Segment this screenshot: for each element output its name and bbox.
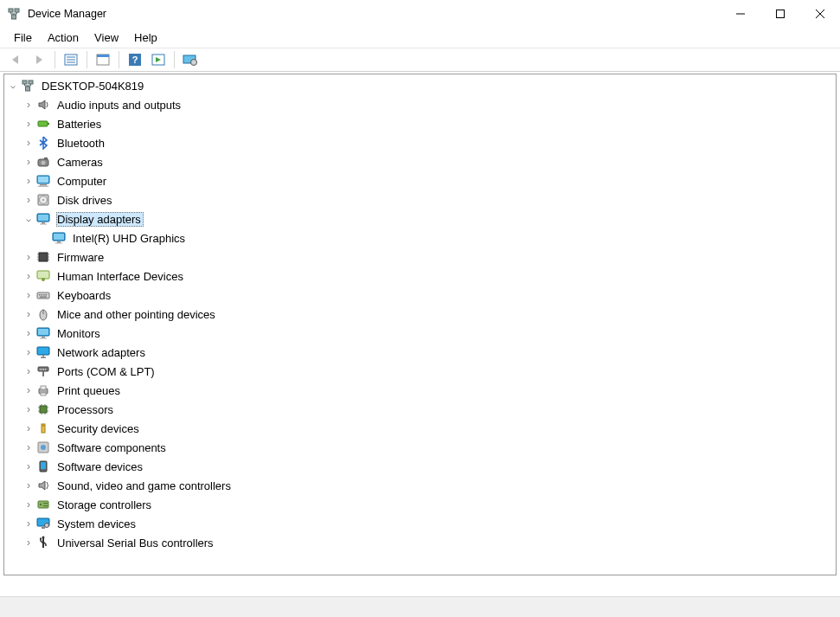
tree-expander[interactable] — [22, 440, 35, 454]
tree-node[interactable]: Software devices — [6, 457, 836, 476]
tree-expander[interactable] — [22, 307, 35, 321]
tree-expander[interactable] — [37, 231, 51, 245]
tree-expander[interactable] — [22, 269, 35, 283]
tree-label: Print queues — [56, 383, 123, 398]
tree-node[interactable]: Network adapters — [6, 343, 836, 362]
tree-expander[interactable] — [22, 479, 35, 492]
monitor-icon — [35, 325, 51, 341]
tree-expander[interactable] — [22, 136, 35, 150]
app-icon — [7, 7, 21, 21]
tree-label: Software devices — [56, 460, 145, 474]
tree-expander[interactable] — [22, 421, 35, 435]
computer-icon — [35, 173, 51, 189]
tree-expander[interactable] — [22, 250, 35, 264]
minimize-button[interactable] — [721, 1, 760, 27]
display-icon — [35, 211, 51, 227]
tree-expander[interactable] — [22, 345, 35, 359]
tree-node[interactable]: Bluetooth — [6, 133, 836, 152]
tree-node[interactable]: Intel(R) UHD Graphics — [6, 228, 836, 247]
tree-node[interactable]: Cameras — [6, 152, 836, 171]
tree-expander[interactable] — [22, 364, 35, 378]
disk-icon — [35, 192, 51, 208]
tree-label: DESKTOP-504K819 — [41, 79, 146, 93]
tree-node[interactable]: Mice and other pointing devices — [6, 305, 836, 324]
tree-expander[interactable] — [22, 402, 35, 416]
security-icon — [35, 421, 51, 436]
svg-point-96 — [191, 60, 197, 66]
tree-label: Display adapters — [56, 212, 144, 227]
tree-label: Processors — [56, 402, 116, 417]
tree-node[interactable]: Disk drives — [6, 190, 836, 209]
printer-icon — [35, 382, 51, 398]
toolbar-help-button[interactable]: ? — [125, 50, 145, 69]
toolbar-properties-button[interactable] — [93, 50, 113, 69]
tree-node[interactable]: Storage controllers — [6, 495, 836, 514]
tree-label: Monitors — [56, 326, 103, 341]
system-icon — [35, 516, 51, 531]
tree-node[interactable]: Sound, video and game controllers — [6, 476, 836, 495]
camera-icon — [35, 154, 51, 170]
toolbar-scan-button[interactable] — [148, 50, 169, 69]
tree-node[interactable]: Firmware — [6, 247, 836, 267]
toolbar-separator — [174, 51, 175, 68]
tree-node[interactable]: Processors — [6, 400, 836, 419]
menu-view[interactable]: View — [87, 29, 125, 46]
tree-expander[interactable] — [22, 193, 35, 207]
svg-rect-80 — [777, 10, 785, 18]
device-tree[interactable]: DESKTOP-504K819 Audio inputs and outputs… — [4, 74, 836, 552]
tree-node[interactable]: Display adapters — [6, 209, 836, 228]
svg-marker-83 — [12, 55, 18, 64]
display-icon — [51, 230, 67, 246]
tree-expander[interactable] — [22, 460, 35, 473]
mouse-icon — [35, 306, 51, 322]
tree-expander[interactable] — [22, 498, 35, 511]
battery-icon — [35, 116, 51, 132]
menu-action[interactable]: Action — [41, 29, 86, 46]
tree-expander[interactable] — [22, 174, 35, 188]
tree-label: Keyboards — [56, 288, 113, 303]
sound-icon — [35, 478, 51, 493]
tree-node[interactable]: Monitors — [6, 324, 836, 343]
tree-expander[interactable] — [22, 536, 35, 550]
toolbar-forward-button[interactable] — [29, 50, 49, 69]
tree-node[interactable]: Audio inputs and outputs — [6, 95, 836, 114]
tree-node[interactable]: Human Interface Devices — [6, 267, 836, 286]
device-tree-panel: DESKTOP-504K819 Audio inputs and outputs… — [3, 74, 837, 575]
tree-node[interactable]: Print queues — [6, 381, 836, 400]
close-button[interactable] — [800, 1, 840, 27]
tree-node[interactable]: Batteries — [6, 114, 836, 133]
tree-label: Cameras — [56, 155, 106, 170]
tree-expander[interactable] — [22, 212, 35, 226]
tree-expander[interactable] — [22, 155, 35, 169]
svg-marker-94 — [156, 57, 161, 62]
tree-node[interactable]: Computer — [6, 171, 836, 190]
computer-root-icon — [20, 78, 35, 93]
storage-icon — [35, 497, 51, 512]
toolbar-devices-by-type-button[interactable] — [180, 50, 201, 69]
tree-expander[interactable] — [22, 326, 35, 340]
tree-expander[interactable] — [22, 117, 35, 131]
port-icon — [35, 363, 51, 379]
tree-node[interactable]: Security devices — [6, 419, 836, 438]
toolbar-show-hidden-button[interactable] — [61, 50, 81, 69]
menu-help[interactable]: Help — [127, 29, 164, 46]
tree-node[interactable]: DESKTOP-504K819 — [6, 76, 836, 95]
toolbar-separator — [119, 51, 119, 68]
tree-node[interactable]: System devices — [6, 514, 836, 533]
menu-file[interactable]: File — [7, 29, 39, 46]
tree-node[interactable]: Keyboards — [6, 286, 836, 305]
maximize-button[interactable] — [760, 1, 800, 27]
tree-node[interactable]: Ports (COM & LPT) — [6, 362, 836, 381]
tree-expander[interactable] — [22, 517, 35, 530]
tree-label: Network adapters — [56, 345, 148, 360]
tree-node[interactable]: Software components — [6, 438, 836, 457]
window-controls — [721, 1, 840, 27]
tree-expander[interactable] — [22, 288, 35, 302]
tree-expander[interactable] — [22, 98, 35, 112]
tree-label: Mice and other pointing devices — [56, 307, 218, 322]
tree-expander[interactable] — [22, 383, 35, 397]
tree-node[interactable]: Universal Serial Bus controllers — [6, 533, 836, 552]
toolbar-back-button[interactable] — [5, 50, 26, 69]
tree-expander[interactable] — [6, 79, 20, 93]
tree-label: Sound, video and game controllers — [56, 479, 234, 493]
